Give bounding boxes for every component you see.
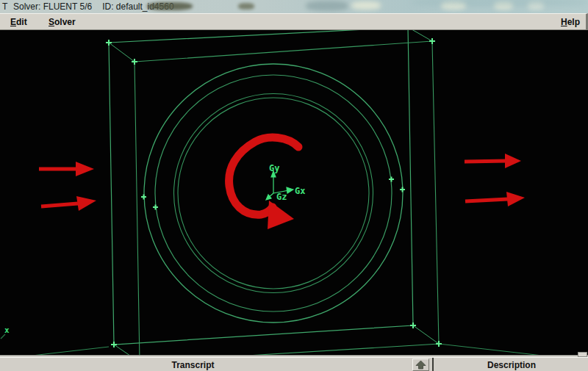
pane-divider	[432, 358, 434, 371]
axis-x-arrowhead	[287, 187, 293, 193]
graphics-viewport[interactable]: Gy Gx Gz x	[0, 30, 588, 355]
window-title-bar: T Solver: FLUENT 5/6ID: default_id4560	[0, 0, 588, 13]
bottom-panel-bar: Transcript Description	[0, 355, 588, 371]
flow-arrows-right	[465, 154, 525, 206]
clipped-domain-edges	[0, 344, 588, 355]
corner-axis-label: x	[4, 325, 10, 335]
scrollbar-corner-chip	[578, 352, 587, 357]
corner-axis-indicator: x	[1, 325, 10, 339]
rotation-annotation-arrowhead	[268, 201, 294, 229]
titlebar-smudge	[351, 1, 381, 10]
description-pane-label: Description	[435, 360, 588, 370]
menu-help[interactable]: Help	[561, 17, 580, 27]
flow-arrow-left-top	[39, 162, 94, 176]
flow-arrow-right-top	[465, 154, 521, 168]
flow-arrow-right-bottom	[465, 192, 525, 206]
up-arrow-icon	[413, 359, 429, 370]
raise-transcript-button[interactable]	[412, 359, 429, 371]
titlebar-smudge	[412, 0, 588, 4]
axis-z-label: Gz	[276, 192, 287, 202]
axis-x-label: Gx	[295, 186, 305, 196]
flow-arrows-left	[39, 162, 96, 211]
titlebar-smudge	[238, 3, 254, 10]
duct-front-face	[109, 30, 413, 345]
menu-solver[interactable]: Solver	[49, 17, 76, 27]
titlebar-smudge	[306, 1, 348, 11]
titlebar-smudge	[147, 2, 193, 10]
menu-edit[interactable]: Edit	[10, 17, 27, 27]
transcript-pane-label: Transcript	[0, 360, 386, 370]
menu-bar: Edit Solver Help	[0, 13, 588, 30]
flow-arrow-left-bottom	[41, 196, 96, 211]
solver-label: Solver: FLUENT 5/6	[13, 1, 92, 12]
rotation-annotation	[229, 137, 298, 229]
wireframe-scene: Gy Gx Gz x	[0, 30, 588, 355]
axis-y-label: Gy	[269, 163, 279, 173]
axis-triad: Gy Gx Gz	[266, 163, 305, 202]
window-title-fragment: T	[2, 1, 7, 12]
